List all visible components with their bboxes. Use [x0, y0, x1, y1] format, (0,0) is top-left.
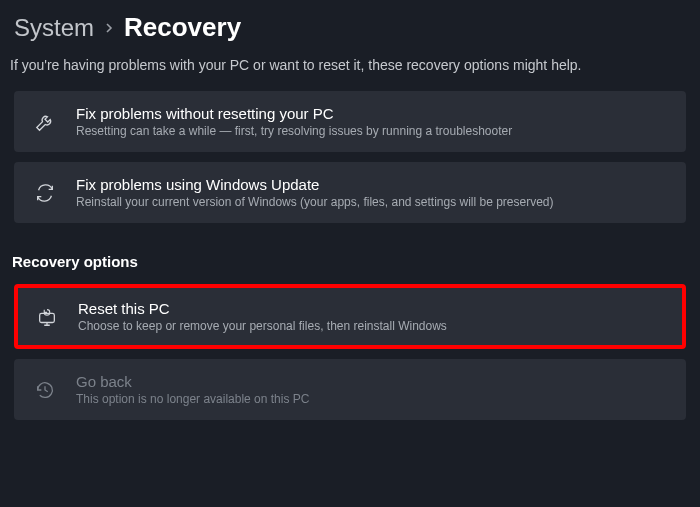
- card-title: Reset this PC: [78, 300, 666, 317]
- card-reset-pc[interactable]: Reset this PC Choose to keep or remove y…: [14, 284, 686, 349]
- sync-icon: [32, 182, 58, 204]
- chevron-right-icon: [104, 21, 114, 36]
- history-icon: [32, 379, 58, 401]
- card-desc: Choose to keep or remove your personal f…: [78, 319, 666, 333]
- page-title: Recovery: [124, 12, 241, 43]
- intro-text: If you're having problems with your PC o…: [0, 49, 700, 91]
- card-title: Fix problems using Windows Update: [76, 176, 668, 193]
- breadcrumb-parent[interactable]: System: [14, 14, 94, 42]
- card-windows-update[interactable]: Fix problems using Windows Update Reinst…: [14, 162, 686, 223]
- card-fix-problems[interactable]: Fix problems without resetting your PC R…: [14, 91, 686, 152]
- card-desc: Resetting can take a while — first, try …: [76, 124, 668, 138]
- card-desc: Reinstall your current version of Window…: [76, 195, 668, 209]
- wrench-icon: [32, 111, 58, 133]
- reset-pc-icon: [34, 306, 60, 328]
- section-title: Recovery options: [0, 233, 700, 280]
- breadcrumb: System Recovery: [0, 0, 700, 49]
- card-desc: This option is no longer available on th…: [76, 392, 668, 406]
- card-title: Fix problems without resetting your PC: [76, 105, 668, 122]
- card-go-back: Go back This option is no longer availab…: [14, 359, 686, 420]
- card-title: Go back: [76, 373, 668, 390]
